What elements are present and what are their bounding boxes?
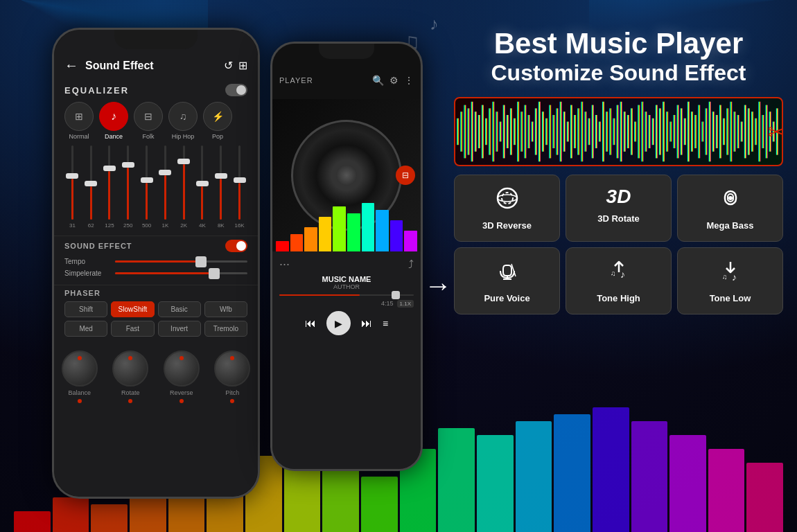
eq-slider-16k[interactable]: 16K <box>231 145 247 229</box>
mini-eq-bar <box>290 234 304 251</box>
simpelerate-track[interactable] <box>115 272 247 274</box>
preset-normal[interactable]: ⊞ Normal <box>64 102 94 140</box>
eq-bar <box>361 477 398 532</box>
speed-badge[interactable]: 1.1X <box>397 300 414 308</box>
svg-rect-24 <box>542 112 544 152</box>
preset-pop-label: Pop <box>212 133 223 140</box>
right-screen-icons: 🔍 ⚙ ⋮ <box>372 75 414 86</box>
phaser-btn-med[interactable]: Med <box>64 321 107 337</box>
eq-fill-500 <box>146 183 148 220</box>
preset-dance[interactable]: ♪ Dance <box>99 102 128 140</box>
eq-slider-125[interactable]: 125 <box>102 145 118 229</box>
effect-btn-tone-low[interactable]: ♪ ♫ Tone Low <box>677 247 783 314</box>
next-button[interactable]: ⏭ <box>361 317 372 330</box>
svg-rect-2 <box>464 105 466 158</box>
settings-icon[interactable]: ⚙ <box>389 75 398 86</box>
preset-hiphop[interactable]: ♫ Hip Hop <box>168 102 198 140</box>
phaser-btn-shift[interactable]: Shift <box>64 301 107 317</box>
phaser-btn-wfb[interactable]: Wfb <box>204 301 247 317</box>
svg-rect-54 <box>649 115 651 148</box>
effect-btn-tone-high[interactable]: ♪ ♫ Tone High <box>566 247 672 314</box>
mini-eq-bar <box>276 241 289 251</box>
back-button[interactable]: ← <box>64 57 78 73</box>
preset-folk[interactable]: ⊟ Folk <box>134 102 163 140</box>
effect-btn-mega-bass[interactable]: Mega Bass <box>677 175 783 242</box>
save-icon[interactable]: ⊞ <box>238 59 247 72</box>
music-note-2: ♪ <box>430 14 439 34</box>
simpelerate-fill <box>115 272 214 274</box>
phaser-btn-basic[interactable]: Basic <box>158 301 201 317</box>
svg-rect-73 <box>716 115 718 148</box>
eq-thumb-2k <box>177 159 190 164</box>
more-options-icon[interactable]: ··· <box>279 257 290 272</box>
preset-dance-label: Dance <box>105 133 123 140</box>
tone-high-icon: ♪ ♫ <box>605 258 633 287</box>
svg-rect-3 <box>467 108 469 154</box>
effect-btn-pure-voice[interactable]: Pure Voice <box>454 247 560 314</box>
eq-slider-31[interactable]: 31 <box>64 145 80 229</box>
tempo-track[interactable] <box>115 260 247 263</box>
time-display: 4:15 <box>381 300 394 308</box>
sound-effect-section: SOUND EFFECT Tempo Simpelerate <box>54 236 258 285</box>
knob-pitch-outer <box>214 351 250 387</box>
phaser-btn-fast[interactable]: Fast <box>111 321 154 337</box>
eq-slider-4k[interactable]: 4K <box>195 145 211 229</box>
play-button[interactable]: ▶ <box>326 311 351 335</box>
knob-rotate[interactable]: Rotate <box>112 351 148 403</box>
eq-bar <box>554 414 590 532</box>
phaser-btn-invert[interactable]: Invert <box>158 321 201 337</box>
preset-folk-label: Folk <box>142 133 154 140</box>
eq-fill-125 <box>108 171 110 220</box>
options-row: ··· ⤴ <box>279 257 414 272</box>
eq-bar <box>477 435 514 532</box>
search-icon[interactable]: 🔍 <box>372 75 384 86</box>
svg-rect-7 <box>482 105 484 158</box>
svg-rect-41 <box>602 101 604 161</box>
phaser-buttons-row2: Med Fast Invert Tremolo <box>64 321 247 337</box>
refresh-icon[interactable]: ↺ <box>224 59 233 72</box>
eq-slider-250[interactable]: 250 <box>120 145 136 229</box>
svg-rect-65 <box>687 101 690 161</box>
svg-rect-42 <box>606 112 608 152</box>
preset-normal-label: Normal <box>69 133 89 140</box>
progress-bar[interactable] <box>279 294 414 296</box>
eq-thumb-4k <box>196 181 209 186</box>
svg-rect-10 <box>492 101 494 161</box>
eq-bar <box>53 497 89 532</box>
phaser-btn-tremolo[interactable]: Tremolo <box>204 321 247 337</box>
freq-label-250: 250 <box>123 222 132 229</box>
preset-normal-circle: ⊞ <box>64 102 94 131</box>
equalizer-toggle[interactable] <box>225 84 247 96</box>
phaser-btn-slowshift[interactable]: SlowShift <box>111 301 154 317</box>
eq-bar <box>14 511 51 532</box>
knob-pitch[interactable]: Pitch <box>214 351 250 403</box>
eq-slider-62[interactable]: 62 <box>83 145 99 229</box>
knob-balance[interactable]: Balance <box>62 351 98 403</box>
phone-right-notch <box>319 44 374 59</box>
eq-slider-2k[interactable]: 2K <box>176 145 192 229</box>
simpelerate-label: Simpelerate <box>64 269 110 277</box>
svg-rect-49 <box>631 108 633 154</box>
sound-effect-toggle[interactable] <box>225 240 247 252</box>
eq-slider-1k[interactable]: 1K <box>157 145 173 229</box>
eq-float-button[interactable]: ⊟ <box>396 166 415 185</box>
knob-balance-dot <box>78 356 82 360</box>
knob-reverse[interactable]: Reverse <box>164 351 200 403</box>
eq-slider-8k[interactable]: 8K <box>213 145 229 229</box>
eq-slider-500[interactable]: 500 <box>139 145 155 229</box>
svg-rect-27 <box>552 115 554 148</box>
knob-reverse-dot <box>179 356 184 360</box>
prev-button[interactable]: ⏮ <box>305 317 316 330</box>
effect-btn-3d-reverse[interactable]: 3D Reverse <box>454 175 560 242</box>
headline-main: Best Music Player <box>454 28 783 60</box>
playlist-icon[interactable]: ≡ <box>383 318 388 329</box>
preset-dance-icon: ♪ <box>111 110 116 123</box>
share-icon[interactable]: ⤴ <box>408 258 414 271</box>
effect-btn-3d-rotate[interactable]: 3D 3D Rotate <box>566 175 672 242</box>
preset-pop[interactable]: ⚡ Pop <box>203 102 232 140</box>
svg-rect-31 <box>567 121 569 141</box>
svg-rect-63 <box>681 108 683 154</box>
svg-rect-62 <box>676 105 678 158</box>
more-icon[interactable]: ⋮ <box>404 75 414 86</box>
right-controls: ··· ⤴ MUSIC NAME AUTHOR 4:15 1.1X ⏮ ▶ ⏭ … <box>272 251 421 341</box>
